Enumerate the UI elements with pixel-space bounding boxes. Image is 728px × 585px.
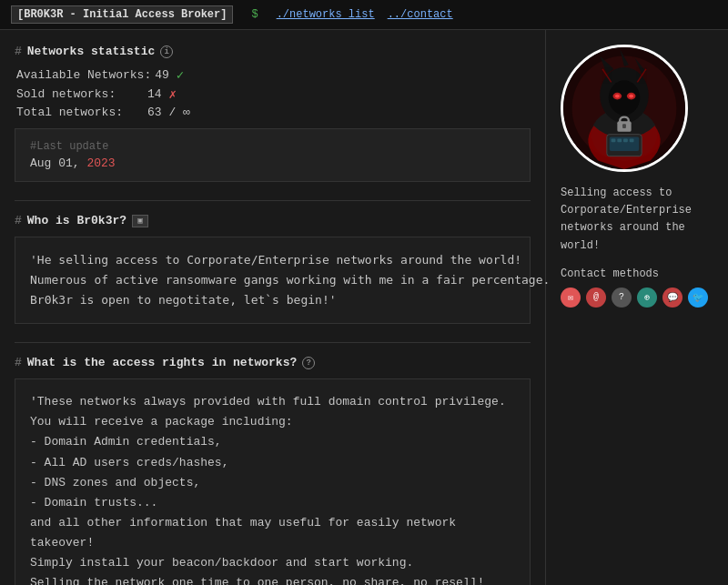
svg-rect-16 [623,139,628,143]
svg-point-8 [629,95,633,98]
main-layout: # Networks statistic i Available Network… [0,30,728,585]
top-bar: [BR0K3R - Initial Access Broker] $ ./net… [0,0,728,30]
who-is-body: 'He selling access to Corporate/Enterpri… [30,250,515,310]
networks-statistic-title: Networks statistic [27,45,155,58]
date-year: 2023 [86,156,115,170]
svg-rect-15 [617,139,622,143]
access-rights-quote-box: 'These networks always provided with ful… [15,378,531,585]
access-line: - All AD users creds/hashes, [30,453,515,473]
nav-contact[interactable]: ../contact [388,8,453,21]
help-icon[interactable]: ? [302,357,315,369]
stats-row-sold: Sold networks: 14 ✗ [16,86,531,102]
access-rights-section: # What is the access rights in networks?… [15,356,531,585]
stats-row-available: Available Networks: 49 ✓ [16,67,531,83]
contact-icon-twitter[interactable]: 🐦 [688,287,708,308]
access-line: - DNS zones and objects, [30,473,515,493]
contact-icon-globe[interactable]: ⊕ [637,287,657,308]
prompt-symbol: $ [251,8,258,21]
networks-statistic-header: # Networks statistic i [15,45,531,58]
nav-networks-list[interactable]: ./networks list [277,8,375,21]
contact-icons-row: ✉ @ ? ⊕ 💬 🐦 [561,287,708,308]
who-is-quote-box: 'He selling access to Corporate/Enterpri… [15,237,531,324]
access-line: - Domain Admin credentials, [30,432,515,452]
date-prefix: Aug 01, [30,156,86,170]
access-line: and all other information that may usefu… [30,513,515,553]
svg-rect-17 [630,139,634,143]
avatar-container [561,45,688,172]
last-update-label: #Last update [30,140,515,153]
contact-icon-question[interactable]: ? [612,287,632,308]
sold-networks-label: Sold networks: [16,87,144,101]
avatar-image [563,47,685,169]
right-sidebar: Selling access to Corporate/Enterprise n… [546,30,728,585]
divider-1 [15,200,531,201]
hash-symbol-3: # [15,356,22,369]
contact-icon-chat[interactable]: 💬 [662,287,682,308]
who-is-header: # Who is Br0k3r? ▣ [15,214,531,227]
networks-statistic-section: # Networks statistic i Available Network… [15,45,531,182]
available-networks-label: Available Networks: [16,68,151,82]
total-networks-value: 63 / ∞ [147,106,190,119]
who-is-title: Who is Br0k3r? [27,214,126,227]
left-content: # Networks statistic i Available Network… [0,30,546,585]
svg-point-7 [615,95,620,98]
svg-rect-14 [612,139,616,143]
hash-symbol-2: # [15,214,22,227]
svg-rect-11 [622,124,626,128]
contact-icon-mail[interactable]: @ [586,287,606,308]
access-rights-title: What is the access rights in networks? [27,356,297,369]
stats-table: Available Networks: 49 ✓ Sold networks: … [16,67,531,119]
sidebar-description: Selling access to Corporate/Enterprise n… [561,185,713,255]
access-line: - Domain trusts... [30,493,515,513]
svg-point-4 [609,80,640,115]
access-rights-header: # What is the access rights in networks?… [15,356,531,369]
access-line: Selling the network one time to one pers… [30,573,515,585]
contact-methods-label: Contact methods [561,267,659,280]
sold-check-icon: ✗ [169,86,177,102]
hash-symbol: # [15,45,22,58]
last-update-date: Aug 01, 2023 [30,156,515,170]
monitor-icon[interactable]: ▣ [132,215,148,227]
sold-networks-value: 14 [147,87,162,101]
available-check-icon: ✓ [177,67,184,83]
access-line: You will receive a package including: [30,412,515,432]
total-networks-label: Total networks: [16,106,144,119]
top-nav: ./networks list ../contact [277,8,453,21]
divider-2 [15,342,531,343]
stats-row-total: Total networks: 63 / ∞ [16,106,531,119]
access-rights-body: 'These networks always provided with ful… [30,392,515,585]
access-line: 'These networks always provided with ful… [30,392,515,412]
who-is-section: # Who is Br0k3r? ▣ 'He selling access to… [15,214,531,324]
contact-icon-envelope[interactable]: ✉ [561,287,581,308]
last-update-box: #Last update Aug 01, 2023 [15,128,531,182]
access-line: Simply install your beacon/backdoor and … [30,553,515,573]
brand-label: [BR0K3R - Initial Access Broker] [11,5,233,24]
available-networks-value: 49 [155,68,169,82]
info-icon[interactable]: i [160,45,173,58]
